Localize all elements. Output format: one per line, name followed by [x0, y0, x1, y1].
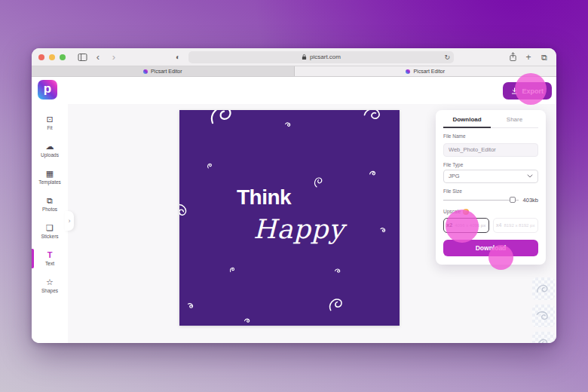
sidebar-item-uploads[interactable]: ☁ Uploads	[32, 136, 68, 164]
sidebar-item-label: Templates	[38, 179, 61, 185]
forward-button[interactable]: ›	[109, 52, 119, 63]
sidebar-item-label: Fit	[47, 125, 52, 130]
file-name-input[interactable]	[443, 143, 538, 157]
file-size-label: File Size	[443, 188, 538, 194]
click-highlight-export	[515, 73, 547, 105]
editor-app: p Export ⊡ Fit ☁ Uploads ▦ Templates ⧉	[32, 77, 556, 343]
sticker-squiggle-icon	[534, 335, 553, 343]
templates-icon: ▦	[46, 170, 54, 178]
upscale-option-x4[interactable]: x4 8192 x 8192 px	[493, 218, 539, 233]
new-tab-icon[interactable]: +	[523, 52, 534, 63]
click-highlight-download	[488, 245, 513, 270]
sticker-squiggle-icon	[536, 283, 551, 295]
picsart-logo[interactable]: p	[38, 80, 57, 100]
slider-handle[interactable]	[510, 197, 516, 203]
sticker-tile[interactable]	[532, 305, 555, 327]
sidebar-item-label: Shapes	[41, 288, 58, 293]
share-icon[interactable]	[507, 52, 518, 63]
file-name-label: File Name	[443, 133, 538, 139]
sidebar-item-stickers[interactable]: ❏ Stickers	[32, 218, 68, 245]
file-type-label: File Type	[443, 162, 538, 167]
squiggle-doodle	[179, 202, 189, 220]
file-size-slider[interactable]	[443, 197, 519, 203]
sticker-tile[interactable]	[532, 277, 555, 300]
sidebar-item-label: Text	[45, 261, 54, 266]
tab-title: Picsart Editor	[413, 69, 445, 74]
uploads-icon: ☁	[46, 142, 54, 151]
zoom-window-button[interactable]	[60, 54, 66, 60]
squiggle-doodle	[207, 110, 240, 128]
sidebar-item-templates[interactable]: ▦ Templates	[32, 164, 68, 191]
tool-sidebar: ⊡ Fit ☁ Uploads ▦ Templates ⧉ Photos ❏ S…	[32, 104, 68, 343]
squiggle-doodle	[228, 266, 237, 274]
sidebar-item-shapes[interactable]: ☆ Shapes	[32, 272, 68, 299]
back-button[interactable]: ‹	[93, 52, 103, 63]
tab-share[interactable]: Share	[491, 116, 538, 128]
address-bar[interactable]: picsart.com ↻	[188, 51, 454, 63]
export-panel-tabs: Download Share	[443, 116, 538, 128]
squiggle-doodle	[369, 170, 378, 177]
sidebar-expand-handle[interactable]: ›	[65, 211, 74, 231]
canvas-text-think: Think	[237, 185, 291, 210]
tab-title: Picsart Editor	[151, 69, 182, 74]
sidebar-item-label: Photos	[42, 207, 57, 212]
squiggle-doodle	[361, 110, 387, 126]
privacy-report-icon[interactable]: ◐	[173, 52, 183, 63]
squiggle-doodle	[379, 226, 387, 234]
picsart-favicon	[406, 69, 410, 74]
squiggle-doodle	[284, 121, 292, 129]
sidebar-item-text[interactable]: T Text	[32, 245, 68, 272]
fit-icon: ⊡	[46, 115, 53, 124]
stickers-icon: ❏	[46, 224, 54, 232]
browser-window: ‹ › ◐ picsart.com ↻ + ⧉ Picsart Editor P…	[32, 48, 556, 343]
lock-icon	[302, 54, 307, 60]
sticker-tile[interactable]	[532, 332, 555, 343]
reload-icon[interactable]: ↻	[444, 54, 450, 61]
tab-download[interactable]: Download	[443, 116, 491, 128]
sidebar-item-label: Stickers	[41, 234, 58, 239]
file-size-row: 403kb	[443, 197, 538, 204]
squiggle-doodle	[206, 161, 214, 170]
text-icon: T	[47, 251, 53, 259]
file-type-value: JPG	[449, 173, 460, 179]
minimize-window-button[interactable]	[49, 54, 55, 60]
squiggle-doodle	[334, 267, 342, 275]
file-size-value: 403kb	[523, 197, 538, 204]
sidebar-toggle-icon[interactable]	[77, 52, 87, 63]
squiggle-doodle	[186, 302, 194, 311]
sticker-squiggle-icon	[534, 307, 553, 325]
browser-tab-bar: Picsart Editor Picsart Editor	[32, 66, 556, 77]
canvas-text-happy: Happy	[253, 214, 345, 244]
click-highlight-upscale-x2	[446, 210, 479, 243]
squiggle-doodle	[326, 294, 349, 314]
browser-tab-active[interactable]: Picsart Editor	[295, 66, 557, 76]
picsart-favicon	[143, 69, 148, 74]
upscale-factor: x4	[496, 222, 501, 228]
export-panel: Download Share File Name File Type JPG F…	[436, 110, 546, 265]
file-type-select[interactable]: JPG	[443, 170, 538, 183]
editor-top-bar	[32, 77, 556, 104]
squiggle-doodle	[311, 173, 327, 190]
slider-track	[443, 200, 519, 201]
design-canvas[interactable]: Think Happy	[179, 110, 400, 326]
photos-icon: ⧉	[47, 197, 53, 205]
shapes-icon: ☆	[46, 278, 54, 286]
sidebar-item-photos[interactable]: ⧉ Photos	[32, 191, 68, 218]
sidebar-item-fit[interactable]: ⊡ Fit	[32, 109, 68, 136]
squiggle-doodle	[243, 317, 252, 324]
browser-tab-inactive[interactable]: Picsart Editor	[32, 66, 295, 76]
sidebar-item-label: Uploads	[41, 152, 59, 158]
upscale-dimensions: 8192 x 8192 px	[504, 223, 534, 228]
tab-overview-icon[interactable]: ⧉	[539, 52, 550, 63]
window-controls	[38, 54, 66, 60]
chevron-down-icon	[527, 174, 533, 178]
browser-toolbar: ‹ › ◐ picsart.com ↻ + ⧉	[32, 48, 556, 66]
url-text: picsart.com	[310, 54, 341, 60]
close-window-button[interactable]	[38, 54, 44, 60]
